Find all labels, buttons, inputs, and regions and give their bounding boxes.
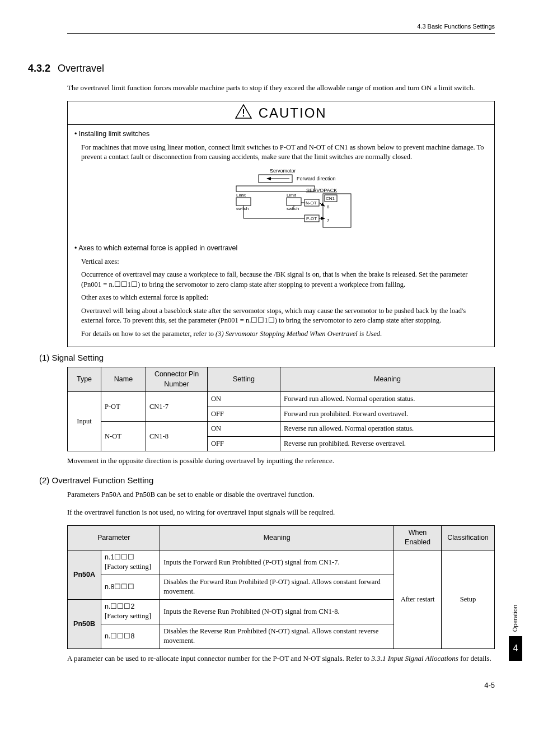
svg-text:switch: switch — [236, 206, 249, 211]
caution-header: CAUTION — [68, 101, 494, 125]
diag-servo-label: Servomotor — [270, 168, 296, 174]
diag-pin8: 8 — [327, 204, 330, 209]
th-meaning: Meaning — [280, 367, 495, 392]
svg-text:Limit: Limit — [287, 193, 297, 198]
signal-setting-heading: (1) Signal Setting — [39, 352, 495, 363]
diag-not-label: N-OT — [306, 200, 317, 206]
cell-pot-on-s: ON — [208, 392, 280, 407]
cell-a1-v: n.1☐☐☐ [Factory setting] — [101, 550, 160, 575]
cell-pot-name: P-OT — [101, 392, 146, 422]
th-when: When Enabled — [394, 525, 442, 550]
caution-icon — [235, 104, 252, 122]
side-operation-label: Operation — [511, 605, 519, 632]
otf-p2: If the overtravel function is not used, … — [67, 507, 495, 517]
otf-p1: Parameters Pn50A and Pn50B can be set to… — [67, 489, 495, 500]
cell-pot-off-s: OFF — [208, 407, 280, 422]
cell-not-on-s: ON — [208, 422, 280, 437]
signal-setting-table: Type Name Connector Pin Number Setting M… — [67, 367, 495, 451]
cell-a1-m: Inputs the Forward Run Prohibited (P-OT)… — [160, 550, 394, 575]
caution-b2-p2: Other axes to which external force is ap… — [81, 293, 488, 303]
cell-pn50b: Pn50B — [68, 599, 101, 648]
cell-pot-off-m: Forward run prohibited. Forward overtrav… — [280, 407, 495, 422]
side-rail: Operation 4 — [507, 605, 524, 661]
th-pin: Connector Pin Number — [146, 367, 208, 392]
cell-b2-m: Disables the Reverse Run Prohibited (N-O… — [160, 624, 394, 648]
caution-b2-p1: Occurrence of overtravel may cause a wor… — [81, 270, 488, 290]
page-header: 4.3 Basic Functions Settings — [67, 22, 495, 34]
otf-note: A parameter can be used to re-allocate i… — [67, 654, 495, 664]
section-title: Overtravel — [58, 63, 104, 74]
intro-text: The overtravel limit function forces mov… — [67, 83, 495, 93]
svg-text:switch: switch — [287, 206, 299, 211]
cell-when: After restart — [394, 550, 442, 648]
page-number: 4-5 — [67, 680, 495, 690]
cell-b1-m: Inputs the Reverse Run Prohibited (N-OT)… — [160, 599, 394, 624]
th-name: Name — [101, 367, 146, 392]
diag-cn1-label: CN1 — [326, 196, 335, 201]
wiring-diagram: Servomotor Forward direction SERVOPACK C… — [74, 167, 488, 237]
section-heading: 4.3.2 Overtravel — [28, 62, 495, 76]
cell-pn50a: Pn50A — [68, 550, 101, 599]
caution-bullet-2-head: • Axes to which external force is applie… — [74, 244, 488, 254]
svg-rect-10 — [287, 198, 301, 206]
cell-not-name: N-OT — [101, 422, 146, 451]
diag-pot-label: P-OT — [306, 216, 317, 221]
cell-pot-pin: CN1-7 — [146, 392, 208, 422]
cell-not-off-m: Reverse run prohibited. Reverse overtrav… — [280, 436, 495, 451]
diag-servopack-label: SERVOPACK — [306, 188, 337, 193]
cell-b1-v: n.☐☐☐2 [Factory setting] — [101, 599, 160, 624]
th-meaning2: Meaning — [160, 525, 394, 550]
caution-label: CAUTION — [259, 105, 327, 120]
svg-rect-9 — [236, 198, 251, 206]
th-param: Parameter — [68, 525, 160, 550]
diag-fwd-label: Forward direction — [297, 176, 336, 181]
signal-note: Movement in the opposite direction is po… — [67, 456, 495, 466]
caution-bullet-1-text: For machines that move using linear moti… — [81, 143, 488, 162]
cell-a2-v: n.8☐☐☐ — [101, 575, 160, 599]
caution-b2-sub: Vertical axes: — [81, 257, 488, 267]
cell-pot-on-m: Forward run allowed. Normal operation st… — [280, 392, 495, 407]
cell-not-off-s: OFF — [208, 436, 280, 451]
chapter-badge: 4 — [509, 636, 522, 661]
caution-b2-p3: Overtravel will bring about a baseblock … — [81, 306, 488, 326]
cell-input: Input — [68, 392, 101, 451]
otf-heading: (2) Overtravel Function Setting — [39, 474, 495, 486]
svg-line-22 — [319, 203, 325, 206]
th-class: Classification — [442, 525, 495, 550]
otf-table: Parameter Meaning When Enabled Classific… — [67, 525, 495, 649]
svg-text:Limit: Limit — [236, 193, 246, 198]
section-number: 4.3.2 — [28, 63, 50, 74]
cell-not-on-m: Reverse run allowed. Normal operation st… — [280, 422, 495, 437]
cell-a2-m: Disables the Forward Run Prohibited (P-O… — [160, 575, 394, 599]
cell-not-pin: CN1-8 — [146, 422, 208, 451]
th-type: Type — [68, 367, 101, 392]
caution-bullet-1-head: • Installing limit switches — [74, 129, 488, 139]
svg-rect-6 — [236, 186, 315, 192]
diag-pin7: 7 — [327, 218, 330, 223]
cell-b2-v: n.☐☐☐8 — [101, 624, 160, 648]
svg-point-2 — [243, 115, 244, 116]
cell-class: Setup — [442, 550, 495, 648]
caution-b2-p4: For details on how to set the parameter,… — [81, 329, 488, 339]
caution-box: CAUTION • Installing limit switches For … — [67, 101, 495, 348]
th-setting: Setting — [208, 367, 280, 392]
